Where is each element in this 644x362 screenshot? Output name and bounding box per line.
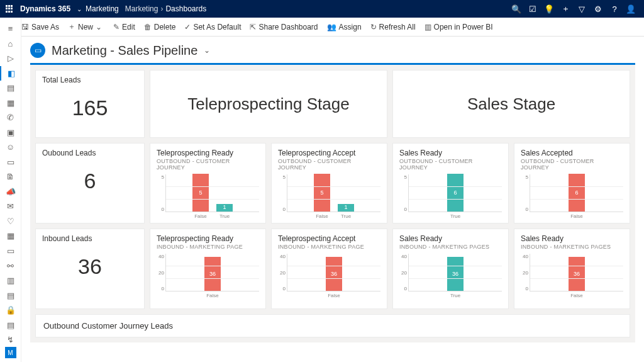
chart-r1c2[interactable]: Teleprospecting Accept OUTBOUND - CUSTOM…	[271, 143, 387, 223]
rail-announce-icon[interactable]: 📣	[0, 184, 21, 200]
tile-label: Inbound Leads	[42, 234, 138, 243]
add-icon[interactable]: ＋	[557, 3, 574, 14]
bar-category: True	[450, 293, 460, 298]
chevron-down-icon: ⌄	[96, 23, 102, 31]
tile-outbound-leads[interactable]: Oubound Leads 6	[35, 143, 145, 223]
set-default-button[interactable]: ✓Set As Default	[184, 23, 241, 31]
bar-value: 1	[344, 204, 347, 210]
section-outbound-journey[interactable]: Outbound Customer Journey Leads	[35, 314, 630, 337]
chart-r2c1[interactable]: Teleprospecting Ready INBOUND - MARKETIN…	[150, 229, 266, 309]
rail-recent-icon[interactable]: ▷	[0, 51, 21, 66]
chart-r2c3[interactable]: Sales Ready INBOUND - MARKETING PAGES 40…	[392, 229, 509, 309]
rail-menu-icon[interactable]: ≡	[0, 21, 21, 37]
stage-title: Teleprospecting Stage	[187, 94, 349, 114]
chart-r1c4[interactable]: Sales Accepted OUTBOUND - CUSTOMER JOURN…	[514, 143, 630, 223]
rail-clipboard-icon[interactable]: ▣	[0, 125, 21, 140]
rail-form-icon[interactable]: ▥	[0, 273, 21, 288]
rail-report-icon[interactable]: ▤	[0, 317, 21, 332]
app-launcher-icon[interactable]	[5, 4, 14, 13]
bar-category: True	[450, 213, 460, 219]
tile-stage-teleprospecting[interactable]: Teleprospecting Stage	[150, 70, 387, 138]
user-badge[interactable]: M	[5, 347, 16, 358]
rail-files-icon[interactable]: 🗎	[0, 169, 21, 184]
bar-value: 6	[453, 189, 457, 196]
chart-r2c2[interactable]: Teleprospecting Accept INBOUND - MARKETI…	[271, 229, 387, 309]
rail-event-icon[interactable]: ▭	[0, 244, 21, 259]
trash-icon: 🗑	[144, 23, 152, 31]
user-icon[interactable]: 👤	[623, 4, 639, 14]
chart-subtitle: INBOUND - MARKETING PAGES	[521, 244, 623, 250]
view-selector-chevron-icon[interactable]: ⌄	[204, 46, 210, 55]
refresh-button[interactable]: ↻Refresh All	[370, 23, 416, 31]
global-nav: Dynamics 365 ⌄ Marketing Marketing › Das…	[0, 0, 644, 18]
filter-icon[interactable]: ▽	[574, 4, 590, 14]
stage-title: Sales Stage	[467, 94, 555, 114]
bar-category: True	[219, 213, 230, 219]
breadcrumb-2[interactable]: Dashboards	[165, 4, 206, 13]
rail-lock-icon[interactable]: 🔒	[0, 303, 21, 318]
area-label[interactable]: Marketing	[86, 4, 119, 13]
rail-grid-icon[interactable]: ▦	[0, 229, 21, 244]
assistant-icon[interactable]: 💡	[541, 4, 557, 14]
rail-heart-icon[interactable]: ♡	[0, 214, 21, 229]
bar-category: False	[206, 293, 219, 298]
rail-accounts-icon[interactable]: ▭	[0, 155, 21, 170]
tile-total-leads[interactable]: Total Leads 165	[35, 70, 145, 138]
bar: 5 False	[192, 174, 209, 212]
chart-subtitle: OUTBOUND - CUSTOMER JOURNEY	[157, 158, 259, 171]
tile-stage-sales[interactable]: Sales Stage	[392, 70, 630, 138]
assign-icon: 👥	[327, 23, 336, 31]
settings-icon[interactable]: ⚙	[590, 4, 606, 14]
rail-home-icon[interactable]: ⌂	[0, 37, 21, 52]
search-icon[interactable]: 🔍	[508, 4, 525, 14]
y-tick: 20	[280, 270, 286, 276]
bar-category: False	[328, 293, 340, 298]
rail-link-icon[interactable]: ⚯	[0, 258, 21, 273]
sitemap-rail: ≡ ⌂ ▷ ◧ ▤ ▦ ✆ ▣ ☺ ▭ 🗎 📣 ✉ ♡ ▦ ▭ ⚯ ▥ ▤ 🔒 …	[0, 18, 21, 362]
save-icon: 🖫	[21, 23, 29, 31]
chevron-down-icon[interactable]: ⌄	[77, 6, 82, 13]
plus-icon: ＋	[68, 21, 75, 32]
tile-value: 165	[42, 96, 138, 120]
bars-area: 6 False	[530, 174, 623, 212]
chart-subtitle: OUTBOUND - CUSTOMER JOURNEY	[399, 158, 502, 171]
help-icon[interactable]: ?	[606, 4, 623, 14]
rail-mail-icon[interactable]: ✉	[0, 199, 21, 214]
chart-title: Teleprospecting Accept	[278, 149, 380, 157]
chart-r2c4[interactable]: Sales Ready INBOUND - MARKETING PAGES 40…	[514, 229, 630, 309]
share-button[interactable]: ⇱Share Dashboard	[250, 23, 318, 31]
rail-contacts-icon[interactable]: ☺	[0, 140, 21, 155]
bar: 1 True	[338, 204, 354, 212]
y-tick: 0	[162, 286, 164, 291]
chart-title: Sales Ready	[399, 149, 502, 157]
new-button[interactable]: ＋New⌄	[68, 21, 104, 32]
y-tick: 20	[523, 270, 528, 276]
edit-button[interactable]: ✎Edit	[113, 23, 135, 31]
bar-value: 6	[575, 189, 578, 196]
task-icon[interactable]: ☑	[525, 4, 541, 14]
rail-phone-icon[interactable]: ✆	[0, 110, 21, 125]
rail-flow-icon[interactable]: ↯	[0, 332, 21, 348]
rail-activities-icon[interactable]: ▤	[0, 81, 21, 96]
powerbi-button[interactable]: ▥Open in Power BI	[425, 23, 493, 31]
save-as-button[interactable]: 🖫Save As	[21, 23, 59, 31]
delete-button[interactable]: 🗑Delete	[144, 23, 176, 31]
bar: 5 False	[314, 174, 330, 212]
y-tick: 40	[523, 254, 528, 259]
bar-value: 36	[574, 271, 580, 277]
rail-survey-icon[interactable]: ▤	[0, 288, 21, 303]
tile-inbound-leads[interactable]: Inbound Leads 36	[35, 229, 145, 309]
y-tick: 5	[526, 174, 528, 180]
rail-calendar-icon[interactable]: ▦	[0, 96, 21, 111]
brand-label[interactable]: Dynamics 365	[20, 4, 70, 13]
page-title: Marketing - Sales Pipeline	[52, 43, 197, 58]
y-tick: 5	[404, 174, 407, 180]
y-tick: 40	[401, 254, 407, 259]
bar-value: 5	[199, 189, 202, 196]
chart-r1c3[interactable]: Sales Ready OUTBOUND - CUSTOMER JOURNEY …	[392, 143, 509, 223]
assign-button[interactable]: 👥Assign	[327, 23, 362, 31]
rail-dashboards-icon[interactable]: ◧	[0, 66, 21, 81]
tile-value: 36	[42, 254, 138, 279]
breadcrumb-1[interactable]: Marketing	[125, 4, 158, 13]
chart-r1c1[interactable]: Teleprospecting Ready OUTBOUND - CUSTOME…	[150, 143, 266, 223]
